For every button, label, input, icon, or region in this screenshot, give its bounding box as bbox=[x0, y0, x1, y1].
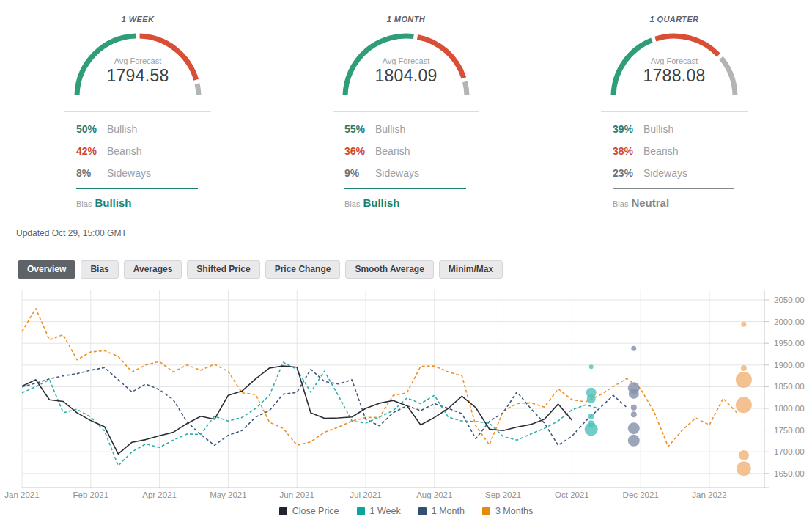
tab-bias[interactable]: Bias bbox=[81, 260, 118, 279]
forecast-dot-1-week bbox=[585, 422, 598, 436]
x-axis-label: Feb 2021 bbox=[73, 491, 108, 499]
sideways-row: 9% Sideways bbox=[333, 162, 479, 184]
x-axis-label: Aug 2021 bbox=[416, 491, 452, 499]
forecast-dot-3-months bbox=[739, 450, 749, 460]
sentiment-stats: 39% Bullish 38% Bearish 23% Sideways bbox=[601, 111, 748, 184]
forecast-dot-3-months bbox=[741, 365, 747, 371]
y-axis-label: 1700.00 bbox=[774, 447, 805, 456]
bias-value: Bullish bbox=[363, 197, 399, 209]
series-line-1-week bbox=[22, 362, 599, 466]
gauge-segment bbox=[655, 36, 718, 55]
panel-title: 1 MONTH bbox=[333, 15, 479, 23]
y-axis-label: 2000.00 bbox=[774, 317, 805, 326]
panel-title: 1 WEEK bbox=[64, 15, 211, 23]
bias-value: Neutral bbox=[631, 197, 669, 209]
bias-row: BiasNeutral bbox=[601, 197, 748, 209]
x-axis-label: Jun 2021 bbox=[280, 491, 314, 499]
avg-forecast-label: Avg Forecast bbox=[68, 56, 207, 66]
bullish-row: 39% Bullish bbox=[601, 118, 748, 140]
tab-shifted-price[interactable]: Shifted Price bbox=[187, 260, 259, 279]
one-month-swatch-icon bbox=[418, 507, 427, 515]
forecast-dot-3-months bbox=[741, 322, 746, 327]
bullish-row: 50% Bullish bbox=[64, 118, 211, 140]
legend-1-month[interactable]: 1 Month bbox=[418, 506, 465, 516]
forecast-dot-1-week bbox=[587, 394, 596, 403]
x-axis-label: Jul 2021 bbox=[350, 491, 381, 499]
bullish-pct: 39% bbox=[613, 123, 643, 135]
tab-minim-max[interactable]: Minim/Max bbox=[439, 260, 503, 279]
bias-underline bbox=[76, 188, 198, 189]
bullish-pct: 50% bbox=[76, 123, 107, 135]
bias-label: Bias bbox=[613, 199, 628, 208]
y-axis-label: 1950.00 bbox=[774, 339, 805, 348]
y-axis-label: 1750.00 bbox=[774, 426, 805, 435]
x-axis-label: Sep 2021 bbox=[485, 491, 521, 499]
forecast-panel-1-month: 1 MONTH Avg Forecast 1804.09 55% Bullish… bbox=[272, 9, 540, 209]
y-axis-label: 1850.00 bbox=[774, 382, 805, 391]
avg-forecast-value: 1794.58 bbox=[68, 66, 207, 85]
x-axis-label: Dec 2021 bbox=[623, 491, 659, 499]
gauge-segment bbox=[197, 84, 199, 95]
x-axis-label: Apr 2021 bbox=[142, 491, 177, 499]
last-updated-text: Updated Oct 29, 15:00 GMT bbox=[16, 228, 812, 238]
bias-row: BiasBullish bbox=[333, 197, 479, 209]
close-price-swatch-icon bbox=[279, 507, 287, 515]
tab-smooth-average[interactable]: Smooth Average bbox=[345, 260, 433, 279]
legend-1-week[interactable]: 1 Week bbox=[357, 506, 401, 516]
tab-overview[interactable]: Overview bbox=[18, 260, 75, 279]
x-axis-label: Jan 2022 bbox=[692, 491, 726, 499]
bias-value: Bullish bbox=[95, 197, 131, 209]
sideways-pct: 9% bbox=[344, 167, 375, 179]
y-axis-label: 1650.00 bbox=[774, 469, 805, 478]
three-months-swatch-icon bbox=[482, 507, 490, 515]
sideways-row: 23% Sideways bbox=[601, 162, 748, 184]
bias-label: Bias bbox=[76, 199, 92, 208]
forecast-dot-1-month bbox=[631, 405, 637, 411]
bearish-row: 38% Bearish bbox=[601, 140, 748, 162]
chart-legend: Close Price 1 Week 1 Month 3 Months bbox=[0, 506, 812, 516]
forecast-panel-1-week: 1 WEEK Avg Forecast 1794.58 50% Bullish … bbox=[4, 9, 272, 209]
y-axis-label: 2050.00 bbox=[774, 295, 805, 304]
bearish-pct: 36% bbox=[344, 145, 375, 157]
bias-underline bbox=[613, 188, 734, 189]
forecast-summary-row: 1 WEEK Avg Forecast 1794.58 50% Bullish … bbox=[0, 0, 812, 209]
tab-price-change[interactable]: Price Change bbox=[265, 260, 341, 279]
sentiment-stats: 55% Bullish 36% Bearish 9% Sideways bbox=[333, 111, 479, 184]
bearish-row: 36% Bearish bbox=[333, 140, 479, 162]
bias-underline bbox=[344, 188, 466, 189]
bullish-pct: 55% bbox=[344, 123, 375, 135]
forecast-dot-1-month bbox=[628, 422, 640, 434]
tab-averages[interactable]: Averages bbox=[124, 260, 182, 279]
avg-forecast-label: Avg Forecast bbox=[605, 56, 744, 66]
sideways-row: 8% Sideways bbox=[64, 162, 211, 184]
bearish-pct: 38% bbox=[613, 145, 643, 157]
forecast-dot-1-month bbox=[631, 411, 637, 417]
bullish-row: 55% Bullish bbox=[333, 118, 479, 140]
avg-forecast-value: 1788.08 bbox=[605, 66, 744, 85]
y-axis-label: 1900.00 bbox=[774, 361, 805, 370]
x-axis-label: Jan 2021 bbox=[4, 491, 39, 499]
sentiment-stats: 50% Bullish 42% Bearish 8% Sideways bbox=[64, 111, 211, 184]
x-axis-label: Oct 2021 bbox=[555, 491, 589, 499]
series-line-1-month bbox=[22, 367, 627, 445]
forecast-panel-1-quarter: 1 QUARTER Avg Forecast 1788.08 39% Bulli… bbox=[540, 9, 808, 209]
forecast-dot-1-month bbox=[629, 389, 639, 399]
forecast-dot-1-month bbox=[628, 435, 640, 447]
sideways-pct: 8% bbox=[76, 167, 107, 179]
bias-row: BiasBullish bbox=[64, 197, 211, 209]
panel-title: 1 QUARTER bbox=[601, 15, 748, 23]
legend-close-price[interactable]: Close Price bbox=[279, 506, 339, 516]
legend-3-months[interactable]: 3 Months bbox=[482, 506, 533, 516]
x-axis-label: May 2021 bbox=[210, 491, 247, 499]
y-axis-label: 1800.00 bbox=[774, 404, 805, 413]
sideways-pct: 23% bbox=[613, 167, 643, 179]
forecast-dot-1-week bbox=[589, 364, 594, 369]
bearish-pct: 42% bbox=[76, 145, 107, 157]
forecast-dot-3-months bbox=[736, 372, 752, 388]
forecast-dot-3-months bbox=[737, 461, 751, 476]
bias-label: Bias bbox=[344, 199, 360, 208]
forecast-dot-1-week bbox=[588, 414, 594, 419]
forecast-chart-section: Jan 2021Feb 2021Apr 2021May 2021Jun 2021… bbox=[0, 286, 812, 516]
chart-tabs: Overview Bias Averages Shifted Price Pri… bbox=[18, 260, 812, 279]
avg-forecast-label: Avg Forecast bbox=[336, 56, 476, 66]
